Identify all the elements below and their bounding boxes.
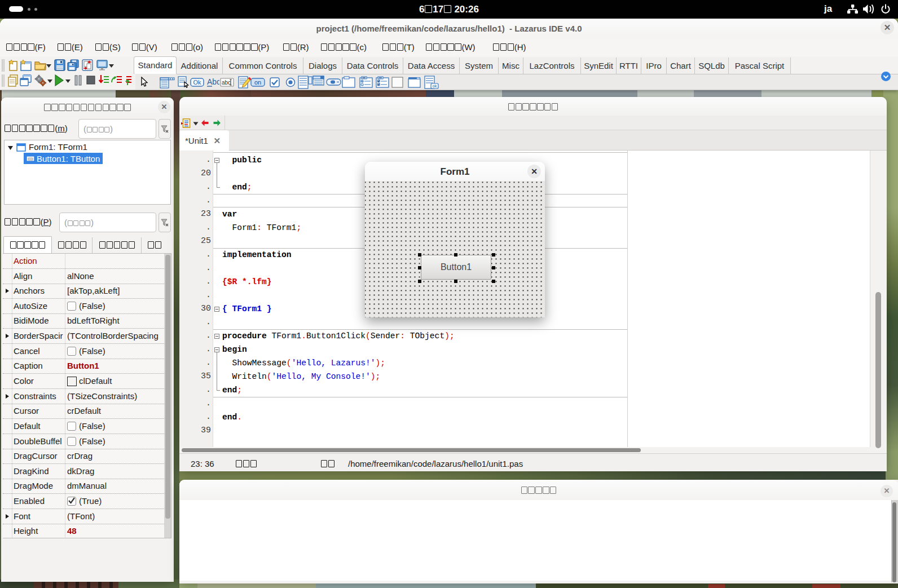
- svg-text:ok: ok: [433, 84, 437, 88]
- svg-text:Ok: Ok: [193, 79, 201, 86]
- svg-text:Abc: Abc: [207, 77, 219, 86]
- svg-text:abc: abc: [222, 79, 231, 86]
- svg-text:on: on: [254, 79, 261, 86]
